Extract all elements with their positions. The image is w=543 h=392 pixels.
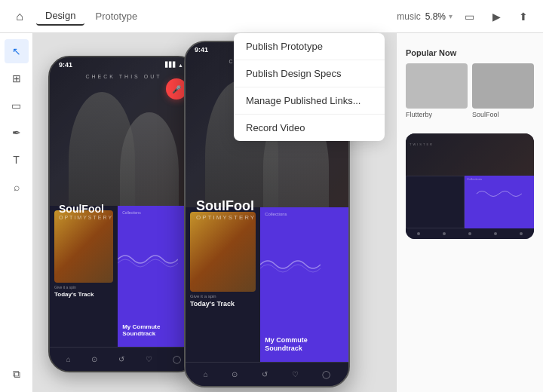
toolbar-actions: ▭ ▶ ⬆ xyxy=(459,6,534,27)
mini-card-left-label xyxy=(406,176,464,179)
share-button[interactable]: ⬆ xyxy=(513,6,534,27)
phone-center-card-today: Give it a spin Today's Track xyxy=(186,207,260,362)
phone-center-commute-text: My CommuteSoundtrack xyxy=(265,336,308,353)
nav-center-search-icon[interactable]: ⊙ xyxy=(232,370,238,378)
mini-nav-dot-3 xyxy=(468,232,471,235)
mini-nav-dot-2 xyxy=(443,232,446,235)
phone-left-bottom-cards: Give it a spin Today's Track Collections… xyxy=(50,206,198,347)
phone-left-song-info: SoulFool OPTIMYSTERY xyxy=(59,203,113,220)
phone-center-time: 9:41 xyxy=(195,46,208,54)
phone-center-bottom-nav: ⌂ ⊙ ↺ ♡ ◯ xyxy=(186,362,348,386)
mini-card-right-label: Collections xyxy=(465,176,534,182)
phone-center-today-track: Today's Track xyxy=(190,300,256,308)
phone-left-screen: 9:41 ▋▋▋▲▊ CHECK THIS OUT 🎤 SoulFool OPT… xyxy=(50,57,198,371)
nav-center-profile-icon[interactable]: ◯ xyxy=(322,370,330,378)
mini-bottom-cards: Collections xyxy=(406,176,534,228)
canvas: ⌂ Design Prototype music 5.8% ▾ ▭ ▶ ⬆ ↖ … xyxy=(0,0,543,392)
nav-center-refresh-icon[interactable]: ↺ xyxy=(262,370,268,378)
phone-left-mockup: 9:41 ▋▋▋▲▊ CHECK THIS OUT 🎤 SoulFool OPT… xyxy=(48,56,199,372)
pen-tool[interactable]: ✒ xyxy=(5,121,29,145)
layers-tool[interactable]: ⧉ xyxy=(5,362,29,386)
phone-left-commute-text: My CommuteSoundtrack xyxy=(122,323,160,338)
phone-center-card-collections: Collections My CommuteSoundtrack xyxy=(260,207,348,362)
popular-thumb-soulfool xyxy=(472,63,534,109)
project-name-label: music xyxy=(397,11,420,22)
nav-search-icon[interactable]: ⊙ xyxy=(91,355,97,363)
toolbar: ⌂ Design Prototype music 5.8% ▾ ▭ ▶ ⬆ xyxy=(0,0,543,33)
mini-card-right: Collections xyxy=(465,176,534,228)
zoom-tool[interactable]: ⌕ xyxy=(5,175,29,199)
rectangle-tool[interactable]: ▭ xyxy=(5,93,29,118)
zoom-level: 5.8% xyxy=(425,11,446,22)
phone-center-card-image xyxy=(190,212,256,292)
dropdown-item-publish-prototype[interactable]: Publish Prototype xyxy=(234,33,385,60)
mini-card-left xyxy=(406,176,465,228)
tabs: Design Prototype xyxy=(36,7,146,26)
popular-name-soulfool: SoulFool xyxy=(472,111,534,118)
phone-center-wave xyxy=(260,253,321,276)
mini-nav-dot-1 xyxy=(417,232,420,235)
mini-nav xyxy=(406,228,534,239)
nav-center-heart-icon[interactable]: ♡ xyxy=(292,370,299,378)
phone-center-song-name: SoulFool xyxy=(196,198,256,214)
phone-left-card-today: Give it a spin Today's Track xyxy=(50,206,118,347)
phone-center-give-spin-label: Give it a spin xyxy=(190,294,256,299)
popular-item-flutterby: Flutterby xyxy=(406,63,468,118)
phone-center-song-artist: OPTIMYSTERY xyxy=(196,214,256,221)
chevron-down-icon[interactable]: ▾ xyxy=(449,12,452,20)
dropdown-item-publish-design-specs[interactable]: Publish Design Specs xyxy=(234,60,385,87)
phone-left-collections-label: Collections xyxy=(122,210,193,215)
phone-left-song-artist: OPTIMYSTERY xyxy=(59,215,113,220)
phone-center-collections-label: Collections xyxy=(265,212,344,216)
popular-grid: Flutterby SoulFool xyxy=(406,63,534,118)
nav-heart-icon[interactable]: ♡ xyxy=(146,355,152,363)
mini-phone-preview: TWISTER Collections xyxy=(406,133,534,239)
dropdown-item-record-video[interactable]: Record Video xyxy=(234,115,385,141)
play-button[interactable]: ▶ xyxy=(486,6,507,27)
left-sidebar: ↖ ⊞ ▭ ✒ T ⌕ ⧉ xyxy=(0,33,33,392)
phone-left-card-image xyxy=(54,210,113,283)
phone-left-time: 9:41 xyxy=(59,61,72,69)
popular-name-flutterby: Flutterby xyxy=(406,111,468,118)
popular-now-title: Popular Now xyxy=(406,48,534,57)
nav-center-home-icon[interactable]: ⌂ xyxy=(204,370,208,378)
popular-thumb-flutterby xyxy=(406,63,468,109)
phone-left-today-track: Today's Track xyxy=(54,291,113,298)
nav-refresh-icon[interactable]: ↺ xyxy=(118,355,124,363)
phone-center-song-info: SoulFool OPTIMYSTERY xyxy=(196,198,256,221)
phone-left-give-spin-label: Give it a spin xyxy=(54,285,113,289)
home-button[interactable]: ⌂ xyxy=(9,6,30,27)
device-preview-button[interactable]: ▭ xyxy=(459,6,480,27)
tab-design[interactable]: Design xyxy=(36,7,84,26)
mini-nav-dot-5 xyxy=(520,232,523,235)
nav-home-icon[interactable]: ⌂ xyxy=(66,355,71,363)
cursor-tool[interactable]: ↖ xyxy=(5,39,29,63)
mini-twister-label: TWISTER xyxy=(410,142,434,146)
dropdown-item-manage-links[interactable]: Manage Published Links... xyxy=(234,87,385,115)
phone-center-bottom-cards: Give it a spin Today's Track Collections… xyxy=(186,207,348,362)
mini-nav-dot-4 xyxy=(494,232,497,235)
dropdown-menu: Publish Prototype Publish Design Specs M… xyxy=(234,33,385,141)
popular-item-soulfool: SoulFool xyxy=(472,63,534,118)
tab-prototype[interactable]: Prototype xyxy=(86,8,146,25)
text-tool[interactable]: T xyxy=(5,148,29,172)
right-panel: Popular Now Flutterby SoulFool xyxy=(396,33,543,392)
frame-tool[interactable]: ⊞ xyxy=(5,66,29,90)
phone-left-wave xyxy=(118,248,178,271)
phone-left-bottom-nav: ⌂ ⊙ ↺ ♡ ◯ xyxy=(50,347,198,371)
mini-wave xyxy=(465,186,534,201)
nav-profile-icon[interactable]: ◯ xyxy=(173,355,181,363)
phone-left-song-name: SoulFool xyxy=(59,203,113,215)
phone-left-status-bar: 9:41 ▋▋▋▲▊ xyxy=(50,57,198,72)
popular-now-section: Popular Now Flutterby SoulFool xyxy=(397,39,543,127)
